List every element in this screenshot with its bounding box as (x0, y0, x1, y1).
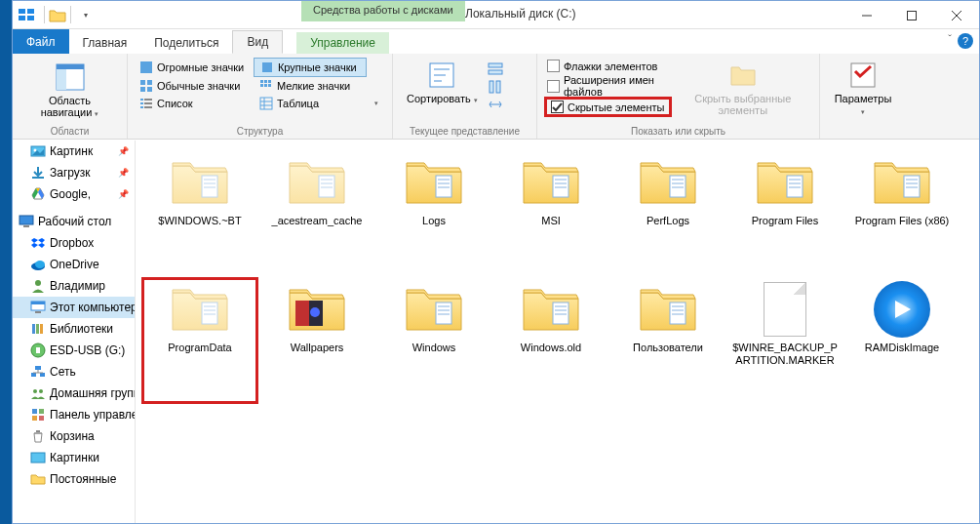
svg-rect-10 (57, 64, 84, 69)
tree-item[interactable]: Панель управления (13, 404, 135, 425)
help-icon[interactable]: ? (958, 33, 973, 49)
tree-item[interactable]: Картинк📌 (13, 141, 135, 162)
svg-point-61 (35, 280, 41, 286)
layout-large-icons[interactable]: Крупные значки (254, 58, 367, 77)
svg-rect-83 (31, 453, 45, 463)
tab-view[interactable]: Вид (232, 30, 283, 54)
file-item[interactable]: Program Files (x86) (843, 150, 960, 277)
sort-button[interactable]: Сортировать ▾ (399, 58, 486, 116)
file-item[interactable]: RAMDiskImage (843, 277, 960, 404)
tree-item[interactable]: Картинки (13, 447, 135, 468)
file-item[interactable]: Windows.old (492, 277, 609, 404)
sort-icon (426, 60, 457, 91)
chk-item-flags[interactable]: Флажки элементов (547, 60, 669, 72)
svg-rect-18 (264, 80, 267, 83)
size-columns-icon[interactable] (488, 97, 503, 112)
hide-selected-button[interactable]: Скрыть выбранные элементы (673, 58, 813, 118)
tree-item[interactable]: Dropbox (13, 232, 135, 254)
titlebar: ▾ Средства работы с дисками Локальный ди… (13, 1, 979, 29)
tree-item[interactable]: Google,📌 (13, 183, 135, 205)
tree-item[interactable]: OneDrive (13, 254, 135, 275)
tab-manage[interactable]: Управление (296, 32, 389, 54)
svg-rect-63 (31, 302, 45, 304)
svg-rect-85 (295, 301, 309, 326)
svg-rect-11 (140, 61, 152, 73)
svg-rect-16 (147, 87, 152, 92)
layout-more[interactable]: ▾ (367, 95, 386, 112)
tree-item[interactable]: Корзина (13, 425, 135, 447)
chk-hidden-items[interactable]: Скрытые элементы (544, 97, 672, 117)
tree-item[interactable]: Домашняя группа (13, 383, 135, 404)
tab-share[interactable]: Поделиться (140, 32, 232, 54)
svg-rect-19 (268, 80, 271, 83)
close-button[interactable] (934, 1, 979, 29)
svg-rect-44 (552, 101, 564, 113)
tab-file[interactable]: Файл (13, 29, 69, 54)
window-title: Локальный диск (C:) (465, 7, 576, 20)
tree-item[interactable]: Этот компьютер (13, 297, 135, 318)
file-item[interactable]: Windows (375, 277, 492, 404)
svg-rect-39 (490, 81, 493, 93)
options-button[interactable]: Параметры ▾ (826, 58, 900, 120)
tree-item[interactable]: Постоянные (13, 468, 135, 490)
ribbon-collapse-icon[interactable]: ˇ (948, 33, 952, 49)
file-item[interactable]: Logs (375, 150, 492, 277)
file-item[interactable]: Пользователи (609, 277, 726, 404)
file-item[interactable]: Wallpapers (258, 277, 375, 404)
svg-rect-69 (36, 347, 40, 353)
svg-rect-13 (140, 80, 145, 85)
tree-item[interactable]: Владимир (13, 275, 135, 297)
file-item[interactable]: ProgramData (141, 277, 258, 404)
svg-rect-64 (35, 311, 41, 313)
svg-rect-54 (23, 225, 29, 227)
tree-item[interactable]: ESD-USB (G:) (13, 340, 135, 361)
svg-point-75 (33, 389, 37, 393)
svg-rect-20 (260, 84, 263, 87)
chk-file-extensions[interactable]: Расширения имен файлов (547, 74, 669, 98)
tree-item[interactable]: Рабочий стол (13, 211, 135, 232)
file-item[interactable]: $WINRE_BACKUP_PARTITION.MARKER (726, 277, 843, 404)
layout-huge-icons[interactable]: Огромные значки (134, 58, 254, 77)
layout-normal-icons[interactable]: Обычные значки (134, 77, 254, 95)
svg-rect-2 (19, 16, 25, 20)
file-item[interactable]: MSI (492, 150, 609, 277)
svg-point-86 (310, 307, 320, 317)
svg-marker-56 (38, 238, 45, 243)
svg-rect-25 (140, 102, 143, 104)
group-by-icon[interactable] (488, 61, 503, 77)
svg-rect-72 (35, 366, 41, 370)
add-column-icon[interactable] (488, 79, 503, 95)
nav-pane-button[interactable]: Область навигации ▾ (19, 58, 121, 124)
tab-row: Файл Главная Поделиться Вид Управление ˇ… (13, 29, 979, 54)
files-pane[interactable]: $WINDOWS.~BT_acestream_cacheLogsMSIPerfL… (136, 141, 979, 523)
window-icon (19, 9, 34, 20)
svg-rect-22 (268, 84, 271, 87)
options-icon (847, 60, 879, 91)
svg-rect-29 (260, 98, 272, 109)
nav-tree[interactable]: Картинк📌Загрузк📌Google,📌Рабочий столDrop… (13, 141, 136, 523)
svg-rect-77 (32, 409, 37, 414)
qat-dropdown[interactable]: ▾ (75, 4, 97, 25)
tree-item[interactable]: Сеть (13, 361, 135, 383)
file-item[interactable]: $WINDOWS.~BT (141, 150, 258, 277)
svg-point-60 (35, 261, 45, 268)
svg-marker-57 (31, 243, 38, 248)
svg-marker-87 (895, 301, 911, 318)
file-item[interactable]: Program Files (726, 150, 843, 277)
tree-item[interactable]: Библиотеки (13, 318, 135, 340)
layout-list[interactable]: Список (134, 95, 254, 112)
qat-folder-icon[interactable] (49, 8, 66, 22)
tab-home[interactable]: Главная (69, 32, 141, 54)
minimize-button[interactable] (844, 1, 889, 29)
layout-small-icons[interactable]: Мелкие значки (254, 77, 367, 95)
file-item[interactable]: _acestream_cache (258, 150, 375, 277)
svg-rect-78 (39, 409, 44, 414)
file-item[interactable]: PerfLogs (609, 150, 726, 277)
maximize-button[interactable] (889, 1, 934, 29)
svg-rect-65 (32, 324, 35, 334)
svg-rect-80 (39, 416, 44, 421)
tree-item[interactable]: Загрузк📌 (13, 162, 135, 183)
svg-rect-38 (489, 70, 502, 74)
svg-rect-17 (260, 80, 263, 83)
layout-table[interactable]: Таблица (254, 95, 367, 112)
